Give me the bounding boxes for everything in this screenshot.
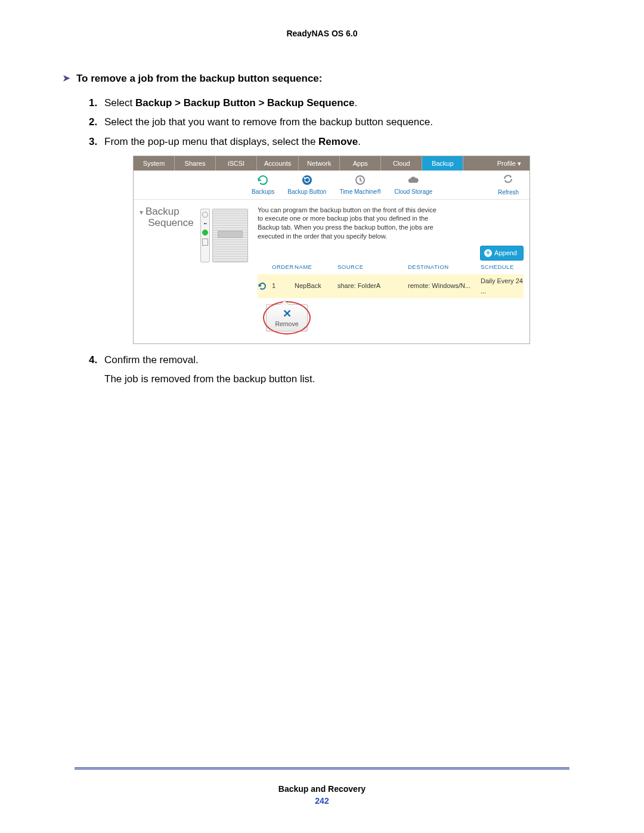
subnav-time-machine-label: Time Machine® <box>339 187 381 197</box>
row-source: share: FolderA <box>338 281 408 291</box>
svg-point-0 <box>302 175 312 185</box>
backups-icon <box>257 174 269 186</box>
timemachine-icon <box>354 174 366 186</box>
tab-network[interactable]: Network <box>299 156 340 171</box>
device-graphic: •• <box>200 209 248 262</box>
row-destination: remote: Windows/N... <box>408 281 481 291</box>
row-order: 1 <box>272 281 295 291</box>
tab-apps[interactable]: Apps <box>340 156 381 171</box>
append-button-label: Append <box>494 248 517 258</box>
context-menu: ✕ Remove <box>266 304 308 332</box>
step-3: From the pop-up menu that displays, sele… <box>89 134 569 344</box>
remove-menu-item[interactable]: Remove <box>267 319 307 329</box>
refresh-icon <box>502 174 514 187</box>
cloud-icon <box>407 174 419 186</box>
remove-icon: ✕ <box>267 308 307 319</box>
backup-button-icon <box>301 174 313 186</box>
refresh-button[interactable]: Refresh <box>498 174 519 197</box>
col-schedule: SCHEDULE <box>481 263 524 272</box>
step-4-follow: The job is removed from the backup butto… <box>104 371 569 387</box>
triangle-bullet-icon: ➤ <box>63 73 70 83</box>
plus-icon: + <box>484 249 492 257</box>
doc-header: ReadyNAS OS 6.0 <box>75 29 569 38</box>
subnav-cloud-storage-label: Cloud Storage <box>394 187 432 197</box>
subnav-backups-label: Backups <box>252 187 274 197</box>
tab-shares[interactable]: Shares <box>175 156 216 171</box>
embedded-ui-screenshot: System Shares iSCSI Accounts Network App… <box>133 156 530 344</box>
col-destination: DESTINATION <box>408 263 481 272</box>
section-heading: ➤ To remove a job from the backup button… <box>63 73 569 85</box>
refresh-label: Refresh <box>498 188 519 197</box>
subnav-backups[interactable]: Backups <box>252 174 274 197</box>
col-name: NAME <box>295 263 338 272</box>
page-footer: Backup and Recovery 242 <box>75 767 569 806</box>
panel-description: You can program the backup button on the… <box>258 206 436 241</box>
grid-row[interactable]: 1 NepBack share: FolderA remote: Windows… <box>258 274 524 298</box>
caret-down-icon: ▾ <box>140 208 143 216</box>
tab-cloud[interactable]: Cloud <box>381 156 422 171</box>
col-order: ORDER <box>272 263 295 272</box>
instruction-list: Select Backup > Backup Button > Backup S… <box>89 95 569 388</box>
append-button[interactable]: + Append <box>480 246 524 261</box>
row-schedule: Daily Every 24 ... <box>481 276 524 296</box>
tab-accounts[interactable]: Accounts <box>257 156 299 171</box>
sub-nav: Backups Backup Button Time <box>134 171 530 200</box>
top-nav: System Shares iSCSI Accounts Network App… <box>134 156 530 171</box>
col-source: SOURCE <box>338 263 408 272</box>
grid-header: ORDER NAME SOURCE DESTINATION SCHEDULE <box>258 261 524 274</box>
subnav-backup-button[interactable]: Backup Button <box>287 174 326 197</box>
step-1: Select Backup > Backup Button > Backup S… <box>89 95 569 111</box>
tab-backup[interactable]: Backup <box>422 156 463 171</box>
row-name: NepBack <box>295 281 338 291</box>
subnav-cloud-storage[interactable]: Cloud Storage <box>394 174 432 197</box>
jobs-grid: ORDER NAME SOURCE DESTINATION SCHEDULE <box>258 261 524 332</box>
step-2: Select the job that you want to remove f… <box>89 114 569 130</box>
footer-title: Backup and Recovery <box>75 784 569 794</box>
main-panel: You can program the backup button on the… <box>252 200 530 344</box>
tab-iscsi[interactable]: iSCSI <box>216 156 257 171</box>
step-4: Confirm the removal. The job is removed … <box>89 352 569 388</box>
profile-menu[interactable]: Profile ▾ <box>489 156 530 171</box>
subnav-time-machine[interactable]: Time Machine® <box>339 174 381 197</box>
row-status-icon <box>258 281 272 291</box>
page-number: 242 <box>75 796 569 806</box>
left-panel: ▾Backup Sequence •• <box>134 200 252 344</box>
section-heading-text: To remove a job from the backup button s… <box>76 73 322 85</box>
subnav-backup-button-label: Backup Button <box>287 187 326 197</box>
tab-system[interactable]: System <box>134 156 175 171</box>
